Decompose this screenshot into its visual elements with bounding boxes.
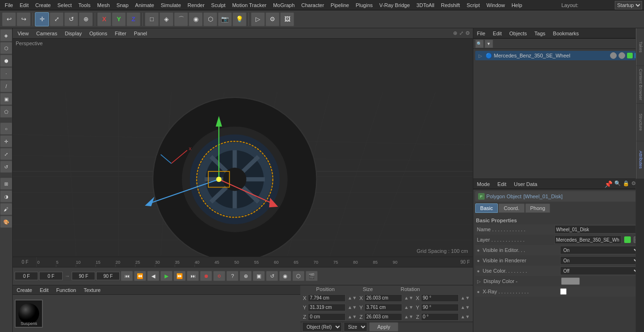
- menu-select[interactable]: Select: [55, 1, 75, 9]
- frame-to-input[interactable]: [72, 272, 95, 280]
- obj-search-button[interactable]: 🔍: [475, 40, 484, 48]
- motion-path-button[interactable]: ⊕: [239, 271, 252, 281]
- menu-animate[interactable]: Animate: [132, 1, 157, 9]
- rotate-tool-button[interactable]: ↺: [64, 12, 78, 26]
- axis-z-button[interactable]: Z: [126, 12, 140, 26]
- scale-tool-button[interactable]: ⤢: [50, 12, 64, 26]
- structure-tab[interactable]: Structure: [636, 104, 644, 141]
- menu-tools[interactable]: Tools: [75, 1, 93, 9]
- menu-vray[interactable]: V-Ray Bridge: [377, 1, 413, 9]
- viewport-menu-filter[interactable]: Filter: [113, 30, 128, 37]
- obj-menu-file[interactable]: File: [475, 30, 487, 37]
- paint-button[interactable]: 🎨: [0, 216, 12, 228]
- x-position-input[interactable]: [308, 294, 346, 302]
- attr-menu-mode[interactable]: Mode: [475, 180, 492, 188]
- rotate-button[interactable]: ↺: [0, 161, 12, 173]
- keyframe-info-button[interactable]: ?: [226, 271, 239, 281]
- timeline-rotation-button[interactable]: ↺: [266, 271, 278, 281]
- material-menu-edit[interactable]: Edit: [38, 286, 50, 294]
- material-thumbnail[interactable]: Suspens: [15, 300, 43, 328]
- deformer-button[interactable]: ⬡: [203, 12, 217, 26]
- max-frame-input[interactable]: [96, 272, 120, 280]
- y-position-input[interactable]: [308, 304, 346, 311]
- frame-box-button[interactable]: ▣: [253, 271, 265, 281]
- x-rotation-input[interactable]: [421, 294, 459, 302]
- menu-sculpt[interactable]: Sculpt: [208, 1, 229, 9]
- menu-3dtoall[interactable]: 3DToAll: [413, 1, 437, 9]
- autokey-button[interactable]: ⭘: [213, 271, 225, 281]
- display-color-swatch[interactable]: [561, 277, 580, 285]
- xray-checkbox[interactable]: [560, 288, 567, 295]
- obj-menu-objects[interactable]: Objects: [507, 30, 528, 37]
- x-size-input[interactable]: [364, 294, 402, 302]
- menu-snap[interactable]: Snap: [114, 1, 132, 9]
- visible-editor-select[interactable]: OnOff: [560, 246, 640, 254]
- move-tool-button[interactable]: ✛: [35, 12, 49, 26]
- keyframe-selection-button[interactable]: ◉: [279, 271, 291, 281]
- menu-script[interactable]: Script: [464, 1, 483, 9]
- camera-button[interactable]: 📷: [218, 12, 232, 26]
- poly-mode-button[interactable]: ▣: [0, 93, 12, 105]
- attr-search-icon[interactable]: 🔍: [614, 180, 621, 188]
- current-frame-input[interactable]: [15, 272, 38, 280]
- attributes-tab-vertical[interactable]: Attributes: [636, 141, 644, 179]
- next-key-button[interactable]: ⏩: [173, 271, 186, 281]
- render-to-picture-button[interactable]: 🖼: [280, 12, 294, 26]
- texture-mode-button[interactable]: ⬡: [0, 42, 12, 54]
- redo-button[interactable]: ↪: [17, 12, 31, 26]
- menu-plugins[interactable]: Plugins: [353, 1, 375, 9]
- mesh-mode-button[interactable]: ⬠: [0, 105, 12, 118]
- menu-motion-tracker[interactable]: Motion Tracker: [229, 1, 269, 9]
- layout-button[interactable]: ⬡: [292, 271, 305, 281]
- layout-select[interactable]: Startup: [615, 1, 642, 9]
- material-menu-create[interactable]: Create: [15, 286, 34, 294]
- nurbs-button[interactable]: ◉: [189, 12, 203, 26]
- y-rotation-input[interactable]: [421, 304, 459, 311]
- axis-x-button[interactable]: X: [97, 12, 111, 26]
- viewport-settings-button[interactable]: ⚙: [465, 30, 470, 36]
- live-select-button[interactable]: ○: [0, 122, 12, 135]
- z-rotation-input[interactable]: [421, 313, 459, 321]
- obj-menu-bookmarks[interactable]: Bookmarks: [551, 30, 581, 37]
- polygon-object-button[interactable]: ◈: [159, 12, 173, 26]
- frame-from-input[interactable]: [39, 272, 63, 280]
- menu-render[interactable]: Render: [185, 1, 207, 9]
- spline-button[interactable]: ⌒: [174, 12, 188, 26]
- move-button[interactable]: ✛: [0, 135, 12, 147]
- obj-filter-button[interactable]: ▼: [485, 40, 493, 48]
- viewport-menu-cameras[interactable]: Cameras: [34, 30, 59, 37]
- menu-edit[interactable]: Edit: [17, 1, 32, 9]
- attr-menu-edit[interactable]: Edit: [495, 180, 508, 188]
- obj-menu-edit[interactable]: Edit: [491, 30, 504, 37]
- viewport-canvas[interactable]: X Y Z: [13, 39, 472, 257]
- menu-pipeline[interactable]: Pipeline: [328, 1, 352, 9]
- render-button[interactable]: ▷: [251, 12, 265, 26]
- attr-pin-icon[interactable]: 📌: [604, 180, 612, 188]
- axis-y-button[interactable]: Y: [112, 12, 126, 26]
- soft-select-button[interactable]: ◑: [0, 190, 12, 202]
- takes-tab[interactable]: Takes: [636, 28, 644, 66]
- visible-renderer-select[interactable]: OnOff: [560, 256, 640, 265]
- y-size-input[interactable]: [364, 304, 402, 311]
- workplane-button[interactable]: ⬢: [0, 55, 12, 67]
- sculpt-brush-button[interactable]: 🖌: [0, 203, 12, 215]
- render-settings-button[interactable]: ⚙: [265, 12, 280, 26]
- menu-mograph[interactable]: MoGraph: [270, 1, 297, 9]
- z-position-input[interactable]: [308, 313, 346, 321]
- object-visibility-renderer[interactable]: [619, 52, 625, 59]
- viewport-menu-options[interactable]: Options: [88, 30, 109, 37]
- render-preview-button[interactable]: 🎬: [305, 271, 318, 281]
- viewport-menu-panel[interactable]: Panel: [132, 30, 149, 37]
- z-size-input[interactable]: [364, 313, 402, 321]
- previous-key-button[interactable]: ⏪: [134, 271, 146, 281]
- go-to-start-button[interactable]: ⏮: [121, 271, 133, 281]
- scale-button[interactable]: ⤢: [0, 148, 12, 160]
- null-object-button[interactable]: □: [145, 12, 159, 26]
- viewport-maximize-button[interactable]: ⤢: [459, 30, 463, 36]
- attr-tab-phong[interactable]: Phong: [525, 203, 551, 213]
- attr-lock-icon[interactable]: 🔒: [623, 180, 629, 188]
- menu-create[interactable]: Create: [33, 1, 54, 9]
- model-mode-button[interactable]: ◈: [0, 29, 12, 41]
- light-button[interactable]: 💡: [232, 12, 247, 26]
- menu-help[interactable]: Help: [509, 1, 525, 9]
